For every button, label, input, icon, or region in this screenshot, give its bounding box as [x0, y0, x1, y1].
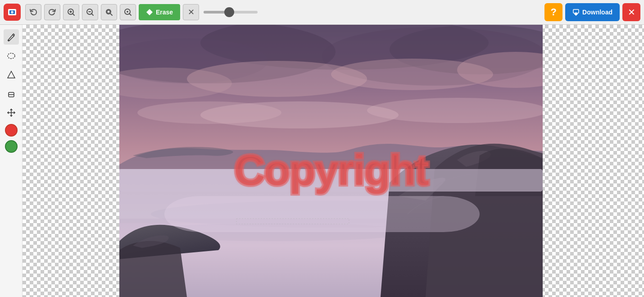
toolbar: Erase ✕ ? Download ✕	[0, 0, 644, 25]
svg-point-22	[8, 53, 15, 59]
redo-button[interactable]	[44, 4, 60, 20]
zoom-actual-button[interactable]	[120, 4, 136, 20]
landscape-image: Copyright Copyright Copyright	[119, 25, 543, 297]
slider-track	[204, 11, 258, 14]
slider-fill	[204, 11, 225, 14]
color-swatch-red[interactable]	[5, 124, 18, 137]
undo-button[interactable]	[25, 4, 41, 20]
image-container: Copyright Copyright Copyright	[119, 25, 543, 297]
zoom-out-button[interactable]	[82, 4, 98, 20]
eraser-tool[interactable]	[4, 86, 19, 101]
zoom-fit-button[interactable]	[101, 4, 117, 20]
erase-button[interactable]: Erase	[139, 4, 180, 20]
app-logo	[4, 4, 21, 21]
svg-point-39	[367, 98, 543, 123]
zoom-in-button[interactable]	[63, 4, 79, 20]
svg-point-38	[137, 101, 281, 124]
svg-rect-14	[107, 10, 110, 13]
toolbar-right: ? Download ✕	[544, 3, 640, 21]
lasso-tool[interactable]	[4, 48, 19, 64]
cancel-button[interactable]: ✕	[183, 4, 199, 20]
move-tool[interactable]	[4, 105, 19, 120]
slider-thumb[interactable]	[224, 7, 234, 17]
help-button[interactable]: ?	[544, 3, 562, 21]
svg-rect-46	[164, 196, 480, 232]
svg-line-10	[91, 14, 93, 15]
brush-tool[interactable]	[4, 29, 19, 45]
svg-marker-18	[146, 9, 153, 15]
brush-size-slider[interactable]	[204, 11, 258, 14]
color-swatch-green[interactable]	[5, 140, 18, 153]
svg-point-16	[127, 11, 128, 13]
svg-text:Copyright: Copyright	[234, 146, 429, 194]
svg-line-7	[73, 14, 74, 15]
svg-line-13	[110, 14, 112, 15]
canvas-area: Copyright Copyright Copyright	[23, 25, 644, 297]
polygon-tool[interactable]	[4, 67, 19, 82]
download-button[interactable]: Download	[565, 3, 620, 21]
svg-line-17	[129, 14, 131, 15]
svg-point-3	[11, 11, 14, 14]
sidebar	[0, 25, 23, 297]
close-button[interactable]: ✕	[622, 3, 640, 21]
